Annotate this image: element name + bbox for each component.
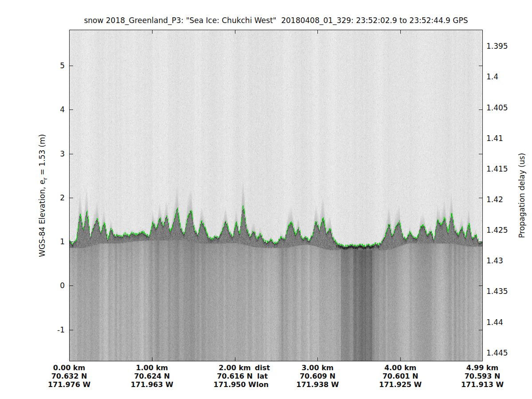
x-axis-row-tag: dist [255,364,270,372]
x-axis-lon-value: 171.913 W [461,380,504,389]
right-axis-tick-label: 1.445 [486,348,526,357]
right-axis-tick-label: 1.435 [486,287,526,296]
echogram-plot-area [69,30,483,361]
echogram-canvas [69,30,483,361]
x-axis-lon-value: 171.976 W [48,380,90,389]
x-axis-km-value: 4.99 km [461,364,504,372]
x-axis-row-tag: lat [255,372,270,380]
right-axis-tick-label: 1.44 [486,318,526,327]
left-axis-tick-label: 5 [26,61,65,70]
right-axis-tick-label: 1.425 [486,226,526,235]
left-axis-tick-label: -1 [26,325,65,334]
left-axis-tick-label: 3 [26,149,65,158]
left-axis-label-subscript: r [42,178,48,180]
x-axis-km-value: 4.00 km [379,364,422,372]
left-axis-tick-label: 0 [26,281,65,290]
right-axis-tick-label: 1.41 [486,134,526,143]
x-axis-tick-column: 2.00 km70.616 N171.950 W [214,364,256,389]
x-axis-tick-column: 1.00 km70.624 N171.963 W [131,364,173,389]
left-axis-tick-label: 2 [26,193,65,202]
x-axis-tick-column: 0.00 km70.632 N171.976 W [48,364,90,389]
right-axis-tick-label: 1.42 [486,195,526,204]
right-axis-tick-label: 1.43 [486,256,526,265]
x-axis-km-value: 3.00 km [296,364,339,372]
x-axis-lat-value: 70.601 N [379,372,422,380]
x-axis-row-tags: distlatlon [255,364,270,389]
x-axis-lon-value: 171.925 W [379,380,422,389]
x-axis-lon-value: 171.938 W [296,380,339,389]
x-axis-km-value: 0.00 km [48,364,90,372]
x-axis-tick-column: 4.99 km70.593 N171.913 W [461,364,504,389]
x-axis-lat-value: 70.632 N [48,372,90,380]
x-axis-tick-column: 4.00 km70.601 N171.925 W [379,364,422,389]
left-axis-tick-label: 4 [26,105,65,114]
x-axis-row-tag: lon [255,380,270,389]
right-axis-tick-label: 1.405 [486,103,526,112]
x-axis-lat-value: 70.593 N [461,372,504,380]
right-axis-tick-label: 1.395 [486,42,526,51]
x-axis-lat-value: 70.609 N [296,372,339,380]
right-axis-tick-label: 1.4 [486,72,526,81]
x-axis-lat-value: 70.624 N [131,372,173,380]
plot-title: snow 2018_Greenland_P3: "Sea Ice: Chukch… [69,16,483,25]
x-axis-km-value: 2.00 km [214,364,256,372]
x-axis-tick-column: 3.00 km70.609 N171.938 W [296,364,339,389]
x-axis-lat-value: 70.616 N [214,372,256,380]
figure: snow 2018_Greenland_P3: "Sea Ice: Chukch… [0,0,532,399]
x-axis-lon-value: 171.950 W [214,380,256,389]
left-axis-tick-label: 1 [26,237,65,246]
x-axis-km-value: 1.00 km [131,364,173,372]
right-axis-tick-label: 1.415 [486,164,526,173]
x-axis-lon-value: 171.963 W [131,380,173,389]
